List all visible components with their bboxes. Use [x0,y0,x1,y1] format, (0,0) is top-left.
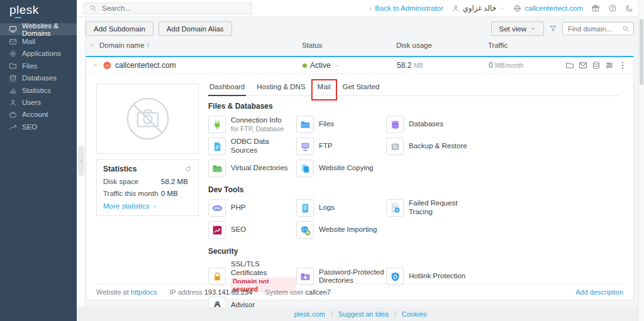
tool-files[interactable]: Files [296,115,386,134]
tool-label: ODBC Data Sources [231,138,296,155]
set-view-button[interactable]: Set view [491,21,544,36]
import-icon [300,225,311,236]
tool-php[interactable]: phpPHP [208,199,296,217]
help-icon[interactable] [608,4,617,13]
seo-icon [9,122,17,131]
add-subdomain-button[interactable]: Add Subdomain [86,21,153,36]
tool-website-importing[interactable]: Website Importing [296,220,386,239]
global-search[interactable] [84,3,252,14]
scrollbar-thumb[interactable] [640,19,643,85]
current-domain-link[interactable]: callcentertect.com [513,4,583,13]
header-status[interactable]: Status [302,41,323,49]
sidebar-item-applications[interactable]: Applications [0,48,77,60]
sidebar-item-files[interactable]: Files [0,60,77,72]
tool-text: Website Importing [319,226,377,234]
search-input[interactable] [101,4,247,13]
files-icon[interactable] [565,61,574,70]
footer-link-suggest-an-idea[interactable]: Suggest an Idea [338,310,389,318]
find-domain-box[interactable] [562,22,634,35]
tab-get-started[interactable]: Get Started [341,83,381,96]
header-traffic[interactable]: Traffic [488,41,508,49]
sidebar-item-seo[interactable]: SEO [0,121,77,133]
tool-backup-restore[interactable]: Backup & Restore [386,137,619,156]
header-domain-name[interactable]: Domain name↑ [99,41,150,49]
sidebar-item-label: Applications [22,50,61,57]
tool-icon-box [296,199,314,217]
tool-ftp[interactable]: FTP [296,137,386,156]
tool-logs[interactable]: Logs [296,199,386,217]
header-disk-usage[interactable]: Disk usage [396,41,432,49]
sidebar-item-users[interactable]: Users [0,96,77,108]
tool-label: SSL/TLS Certificates [231,260,296,277]
mail-icon[interactable] [579,61,587,70]
dark-mode-moon-icon[interactable] [625,4,634,13]
collapse-all-icon[interactable] [89,42,96,48]
traffic-month-row: Traffic this month 0 MB [103,190,192,197]
row-collapse-icon[interactable] [92,62,99,68]
ip-address: IP address 193.141.65.234 [169,288,252,296]
tool-icon-box [208,221,226,239]
tool-sublabel: for FTP, Database [231,125,284,133]
tool-failed-request-tracing[interactable]: Failed Request Tracing [386,199,619,217]
section-title-files-databases: Files & Databases [208,102,619,111]
add-description-link[interactable]: Add description [575,288,623,296]
seoTool-icon [212,225,223,236]
toolbar-right: Set view [491,21,634,36]
domain-name[interactable]: callcentertect.com [115,61,176,70]
sidebar-item-mail[interactable]: Mail [0,35,77,47]
footer-link-plesk-com[interactable]: plesk.com [294,310,325,318]
tool-label: Password-Protected Directories [319,268,386,285]
status-badge[interactable]: Active [303,61,340,70]
refresh-icon[interactable] [184,165,192,173]
dbPurple-icon [390,119,401,130]
tab-hosting-dns[interactable]: Hosting & DNS [255,83,306,96]
sort-ascending-icon: ↑ [147,41,150,49]
sidebar-collapse-handle[interactable] [78,146,84,176]
sidebar-item-label: Statistics [22,87,51,94]
add-domain-alias-button[interactable]: Add Domain Alias [158,21,232,36]
tool-label: FTP [319,142,333,151]
sidebar-collapse-strip [77,17,86,307]
footer-link-cookies[interactable]: Cookies [402,310,427,318]
tool-label: Hotlink Protection [409,272,465,281]
tool-icon-box [296,160,314,177]
promotions-gift-icon[interactable] [591,4,600,13]
main-content: Add Subdomain Add Domain Alias Set view … [86,17,644,307]
sidebar-item-account[interactable]: Account [0,109,77,121]
databases-icon[interactable] [592,61,601,70]
tool-databases[interactable]: Databases [386,115,619,134]
tool-connection-info[interactable]: Connection Infofor FTP, Database [208,115,296,134]
folderGreen-icon [212,163,223,174]
sidebar-item-websites-domains[interactable]: Websites & Domains [0,23,77,35]
tool-website-copying[interactable]: Website Copying [296,159,386,178]
tool-icon-box [296,116,314,133]
settings-sliders-icon[interactable] [605,61,614,70]
website-at: Website at httpdocs [96,288,157,296]
find-domain-input[interactable] [567,24,619,33]
sidebar-item-databases[interactable]: Databases [0,72,77,84]
footer-separator: | [394,310,396,318]
tool-text: Virtual Directories [231,164,288,173]
user-icon [9,99,17,107]
tabs: DashboardHosting & DNSMailGet Started [208,83,619,96]
more-actions-kebab-icon[interactable] [618,61,627,70]
sidebar-item-statistics[interactable]: Statistics [0,84,77,96]
more-statistics-link[interactable]: More statistics [103,202,192,210]
chevron-down-icon [499,6,505,11]
httpdocs-link[interactable]: httpdocs [131,288,157,296]
tab-mail[interactable]: Mail [316,83,332,96]
tab-dashboard[interactable]: Dashboard [208,83,246,96]
tab-label: Mail [318,83,331,90]
tool-icon-box [386,199,404,217]
tool-virtual-directories[interactable]: Virtual Directories [208,159,296,178]
tool-text: PHP [231,204,246,212]
domain-row: ca callcentertect.com Active 58.2 MB 0 M… [86,57,633,74]
sidebar-item-label: Users [22,99,41,106]
scrollbar[interactable] [638,0,644,321]
back-to-administrator-link[interactable]: ‹ Back to Administrator [369,4,443,12]
tool-seo[interactable]: SEO [208,220,296,239]
filter-funnel-icon[interactable] [549,24,557,33]
tool-odbc-data-sources[interactable]: ODBC Data Sources [208,137,296,156]
user-name: خالد غزاوي [463,4,496,13]
user-menu[interactable]: خالد غزاوي [452,4,505,13]
